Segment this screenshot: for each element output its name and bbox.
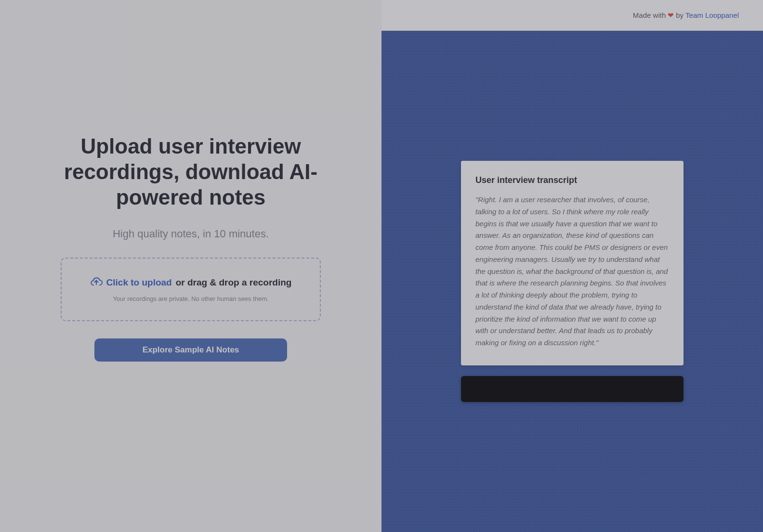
made-with-credit: Made with ❤ by Team Looppanel (633, 11, 739, 20)
team-link[interactable]: Team Looppanel (685, 11, 739, 19)
cloud-upload-icon (90, 276, 103, 289)
upload-privacy-note: Your recordings are private. No other hu… (113, 295, 268, 302)
made-with-by: by (676, 11, 684, 19)
transcript-card: User interview transcript "Right. I am a… (461, 161, 684, 365)
made-with-prefix: Made with (633, 11, 666, 19)
transcript-title: User interview transcript (475, 175, 669, 185)
upload-dropzone[interactable]: Click to upload or drag & drop a recordi… (61, 258, 321, 321)
heart-icon: ❤ (668, 11, 674, 20)
upload-click-label: Click to upload (106, 277, 172, 288)
main-content: Upload user interview recordings, downlo… (0, 31, 763, 532)
left-pane: Upload user interview recordings, downlo… (0, 0, 382, 498)
upload-drag-label: or drag & drop a recording (176, 277, 292, 288)
hero-subtitle: High quality notes, in 10 minutes. (113, 228, 269, 240)
transcript-body: "Right. I am a user researcher that invo… (475, 194, 669, 349)
explore-sample-button[interactable]: Explore Sample AI Notes (94, 338, 287, 362)
upload-line: Click to upload or drag & drop a recordi… (90, 276, 292, 289)
media-player-bar[interactable] (461, 376, 684, 402)
hero-title: Upload user interview recordings, downlo… (37, 134, 345, 210)
right-pane: User interview transcript "Right. I am a… (382, 31, 763, 532)
